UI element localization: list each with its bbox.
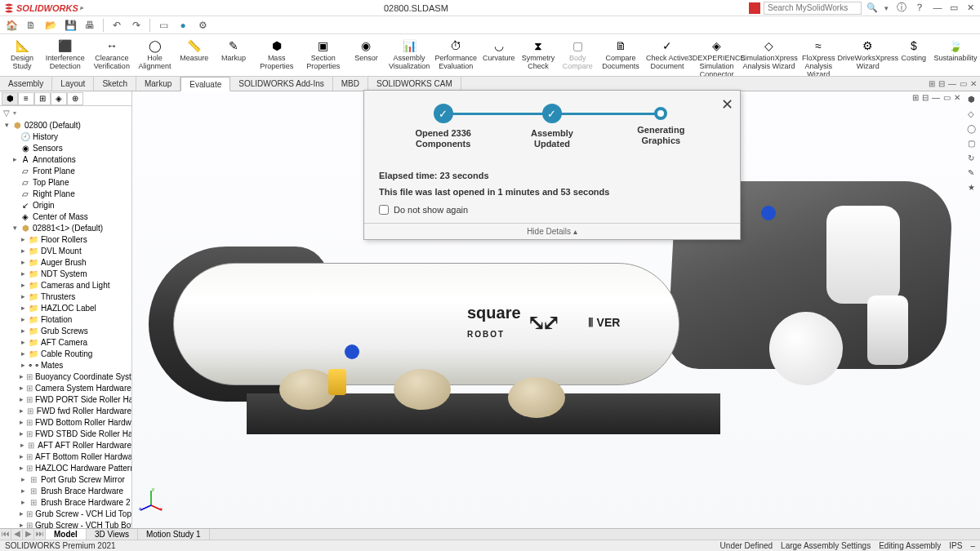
- vp-min-icon[interactable]: —: [932, 93, 940, 102]
- ribbon-interference-button[interactable]: ⬛InterferenceDetection: [42, 36, 87, 73]
- expand-icon[interactable]: ▸: [20, 258, 26, 266]
- tree-item[interactable]: ◈Center of Mass: [0, 211, 131, 222]
- expand-icon[interactable]: ▾: [11, 224, 18, 232]
- ribbon-curvature-button[interactable]: ◡Curvature: [480, 36, 518, 64]
- expand-icon[interactable]: ▸: [20, 429, 24, 438]
- ribbon-symmetry-button[interactable]: ⧗SymmetryCheck: [519, 36, 557, 73]
- expand-icon[interactable]: ▸: [20, 247, 26, 255]
- bottom-tab-model[interactable]: Model: [46, 529, 87, 540]
- tree-item[interactable]: ▸⊞Brush Brace Hardware: [0, 485, 131, 496]
- tree-item[interactable]: ▸⊞FWD STBD Side Roller Hardware: [0, 428, 131, 439]
- tree-item[interactable]: ▸⊞AFT AFT Roller Hardware: [0, 439, 131, 451]
- tree-item[interactable]: ▸⊞Camera System Hardware Patter: [0, 382, 131, 393]
- maximize-button[interactable]: ▭: [947, 2, 960, 13]
- tab-evaluate[interactable]: Evaluate: [180, 77, 230, 91]
- tab-collapse-icon[interactable]: ⊟: [938, 79, 945, 88]
- status-item[interactable]: Under Defined: [720, 541, 773, 550]
- rt-icon-3[interactable]: ◯: [965, 124, 977, 136]
- tree-item[interactable]: ▸📁HAZLOC Label: [0, 302, 131, 313]
- expand-icon[interactable]: ▾: [3, 121, 10, 129]
- filter-funnel-icon[interactable]: ▽: [3, 109, 10, 118]
- vp-close-icon[interactable]: ✕: [954, 93, 960, 102]
- tab-solidworks-add-ins[interactable]: SOLIDWORKS Add-Ins: [230, 77, 332, 91]
- expand-icon[interactable]: ▸: [20, 292, 26, 300]
- tree-item[interactable]: ▾⬢02881<1> (Default): [0, 222, 131, 233]
- tree-item[interactable]: ▸📁Flotation: [0, 313, 131, 325]
- expand-icon[interactable]: ▸: [20, 395, 24, 403]
- expand-icon[interactable]: ▸: [20, 384, 24, 392]
- tree-item[interactable]: ▸📁Auger Brush: [0, 256, 131, 268]
- expand-icon[interactable]: ▸: [20, 487, 26, 495]
- tree-item[interactable]: ▱Right Plane: [0, 188, 131, 199]
- expand-icon[interactable]: ▸: [20, 304, 26, 312]
- rt-icon-2[interactable]: ◇: [965, 109, 977, 121]
- undo-icon[interactable]: ↶: [110, 19, 123, 32]
- tree-item[interactable]: ▸⊞Buoyancy Coordinate System +X: [0, 371, 131, 382]
- tab-restore-icon[interactable]: ▭: [960, 79, 967, 88]
- search-input[interactable]: [764, 2, 862, 15]
- tree-tab-feature-icon[interactable]: ⬢: [2, 92, 18, 105]
- ribbon-simulationxpress-button[interactable]: ◇SimulationXpressAnalysis Wizard: [744, 36, 795, 73]
- ribbon-section-button[interactable]: ▣SectionProperties: [301, 36, 345, 73]
- select-icon[interactable]: ▭: [157, 19, 170, 32]
- options-icon[interactable]: ⚙: [196, 19, 209, 32]
- expand-icon[interactable]: ▸: [20, 315, 26, 323]
- expand-icon[interactable]: ▸: [20, 418, 24, 426]
- tree-item[interactable]: ▸📁DVL Mount: [0, 245, 131, 256]
- ribbon-sensor-button[interactable]: ◉Sensor: [347, 36, 385, 64]
- bnav-last-icon[interactable]: ⏭: [34, 529, 46, 540]
- expand-icon[interactable]: ▸: [20, 441, 25, 449]
- ribbon-check-active-button[interactable]: ✓Check ActiveDocument: [645, 36, 690, 73]
- tree-item[interactable]: 🕘History: [0, 131, 131, 142]
- tree-item[interactable]: ▸AAnnotations: [0, 153, 131, 165]
- ribbon-performance-button[interactable]: ⏱PerformanceEvaluation: [434, 36, 479, 73]
- ribbon-compare-button[interactable]: 🗎CompareDocuments: [598, 36, 643, 73]
- tree-item[interactable]: ▸⊞FWD Bottom Roller Hardware: [0, 416, 131, 428]
- tab-assembly[interactable]: Assembly: [0, 77, 52, 91]
- tree-tab-display-icon[interactable]: ◈: [51, 92, 67, 105]
- tab-expand-icon[interactable]: ⊞: [929, 79, 935, 88]
- rebuild-icon[interactable]: ●: [176, 19, 189, 32]
- open-icon[interactable]: 📂: [44, 19, 57, 32]
- expand-icon[interactable]: ▸: [20, 349, 26, 358]
- bottom-tab-3d-views[interactable]: 3D Views: [87, 529, 138, 540]
- status-item[interactable]: Editing Assembly: [879, 541, 941, 550]
- do-not-show-checkbox-row[interactable]: Do not show again: [379, 205, 725, 215]
- expand-icon[interactable]: ▸: [11, 155, 18, 163]
- ribbon-design-button[interactable]: 📐DesignStudy: [3, 36, 41, 73]
- status-item[interactable]: IPS: [949, 541, 962, 550]
- rt-icon-1[interactable]: ⬢: [965, 95, 977, 106]
- tree-tab-other-icon[interactable]: ⊕: [67, 92, 83, 105]
- tree-item[interactable]: ▸📁Thrusters: [0, 291, 131, 302]
- tree-item[interactable]: ▸📁Floor Rollers: [0, 233, 131, 245]
- tab-solidworks-cam[interactable]: SOLIDWORKS CAM: [368, 77, 461, 91]
- tab-close-icon[interactable]: —: [948, 79, 956, 88]
- tab-layout[interactable]: Layout: [52, 77, 94, 91]
- save-icon[interactable]: 💾: [64, 19, 77, 32]
- tree-item[interactable]: ▸⊞HAZLOC Hardware Pattern: [0, 462, 131, 473]
- ribbon-assembly-button[interactable]: 📊AssemblyVisualization: [387, 36, 432, 73]
- vp-cascade-icon[interactable]: ⊟: [922, 93, 929, 102]
- expand-icon[interactable]: ▸: [20, 521, 24, 528]
- expand-icon[interactable]: ▸: [20, 338, 26, 346]
- tab-mbd[interactable]: MBD: [333, 77, 368, 91]
- expand-icon[interactable]: ▸: [20, 281, 26, 289]
- search-dropdown-icon[interactable]: ▾: [884, 4, 889, 12]
- tree-item[interactable]: ▸📁Cable Routing: [0, 348, 131, 359]
- expand-icon[interactable]: ▸: [20, 269, 26, 278]
- new-icon[interactable]: 🗎: [24, 19, 38, 32]
- home-icon[interactable]: 🏠: [5, 19, 18, 32]
- tree-tab-property-icon[interactable]: ≡: [18, 92, 34, 105]
- redo-icon[interactable]: ↷: [130, 19, 143, 32]
- expand-icon[interactable]: ▸: [20, 372, 24, 380]
- ribbon-driveworksxpress-button[interactable]: ⚙DriveWorksXpressWizard: [843, 36, 893, 73]
- expand-icon[interactable]: ▸: [20, 361, 26, 369]
- tree-item[interactable]: ▾⬢02800 (Default): [0, 119, 131, 131]
- tree-item[interactable]: ▸📁AFT Camera: [0, 336, 131, 348]
- tree-item[interactable]: ▸⊞AFT Bottom Roller Hardware HD: [0, 451, 131, 462]
- ribbon-markup-button[interactable]: ✎Markup: [215, 36, 252, 64]
- tree-item[interactable]: ▸⊞Grub Screw - VCH Lid Top: [0, 508, 131, 519]
- tab-sketch[interactable]: Sketch: [94, 77, 136, 91]
- tab-x-icon[interactable]: ✕: [970, 79, 977, 88]
- ribbon-mass-button[interactable]: ⬢MassProperties: [254, 36, 299, 73]
